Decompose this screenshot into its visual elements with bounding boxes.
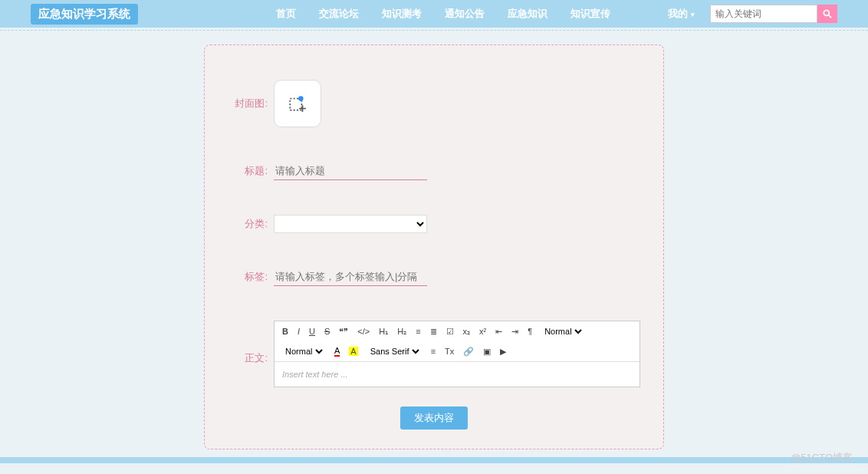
cover-label: 封面图: [228,97,274,110]
rtl-button[interactable]: ¶ [528,327,532,336]
nav-notice[interactable]: 通知公告 [445,7,485,21]
italic-button[interactable]: I [298,327,300,336]
text-color-button[interactable]: A [334,346,340,357]
title-label: 标题: [228,164,274,178]
svg-point-0 [824,10,829,15]
underline-button[interactable]: U [309,327,315,336]
cover-upload[interactable] [274,80,321,127]
nav-forum[interactable]: 交流论坛 [319,7,359,21]
submit-button[interactable]: 发表内容 [400,407,468,430]
indent-button[interactable]: ⇥ [511,327,518,337]
clear-format-button[interactable]: Tx [445,347,454,356]
tags-input[interactable] [274,268,427,286]
image-button[interactable]: ▣ [483,347,491,357]
nav-exam[interactable]: 知识测考 [382,7,422,21]
form-panel: 封面图: 标题: 分类: 标签: 正文: B I U S [204,44,664,449]
svg-line-1 [829,15,832,18]
superscript-button[interactable]: x² [479,327,486,336]
checklist-button[interactable]: ☑ [446,327,454,337]
quote-button[interactable]: ❝❞ [339,327,348,337]
outdent-button[interactable]: ⇤ [495,327,502,337]
watermark: @51CTO博客 [791,451,853,463]
category-select[interactable] [274,215,427,233]
editor-body[interactable]: Insert text here ... [275,362,639,387]
bg-color-button[interactable]: A [349,347,357,356]
unordered-list-button[interactable]: ≣ [430,327,437,337]
header-picker[interactable]: Normal [541,326,584,337]
nav-knowledge[interactable]: 应急知识 [508,7,547,21]
nav-home[interactable]: 首页 [276,7,296,21]
ordered-list-button[interactable]: ≡ [416,327,420,336]
font-picker[interactable]: Sans Serif [367,346,422,357]
tags-label: 标签: [228,270,274,284]
logo: 应急知识学习系统 [31,4,138,25]
rich-editor: B I U S ❝❞ </> H₁ H₂ ≡ ≣ ☑ x₂ x² ⇤ ⇥ ¶ N [274,321,640,387]
code-button[interactable]: </> [357,327,370,336]
editor-toolbar: B I U S ❝❞ </> H₁ H₂ ≡ ≣ ☑ x₂ x² ⇤ ⇥ ¶ N [275,321,639,362]
search-icon [822,8,833,19]
nav-mine[interactable]: 我的 ▾ [668,7,695,21]
title-input[interactable] [274,162,427,180]
strike-button[interactable]: S [324,327,330,336]
link-button[interactable]: 🔗 [463,347,474,357]
upload-icon [288,94,307,114]
body-label: 正文: [228,351,274,365]
footer-bar [0,457,868,463]
size-picker[interactable]: Normal [282,346,325,357]
svg-point-3 [298,96,304,101]
bold-button[interactable]: B [282,327,288,336]
h1-button[interactable]: H₁ [379,327,388,337]
video-button[interactable]: ▶ [500,347,506,357]
chevron-down-icon: ▾ [691,11,695,18]
category-label: 分类: [228,217,274,231]
h2-button[interactable]: H₂ [397,327,406,337]
search-input[interactable] [710,5,817,23]
subscript-button[interactable]: x₂ [463,327,471,337]
align-button[interactable]: ≡ [431,347,436,356]
search-button[interactable] [817,5,837,23]
nav-promo[interactable]: 知识宣传 [570,7,610,21]
